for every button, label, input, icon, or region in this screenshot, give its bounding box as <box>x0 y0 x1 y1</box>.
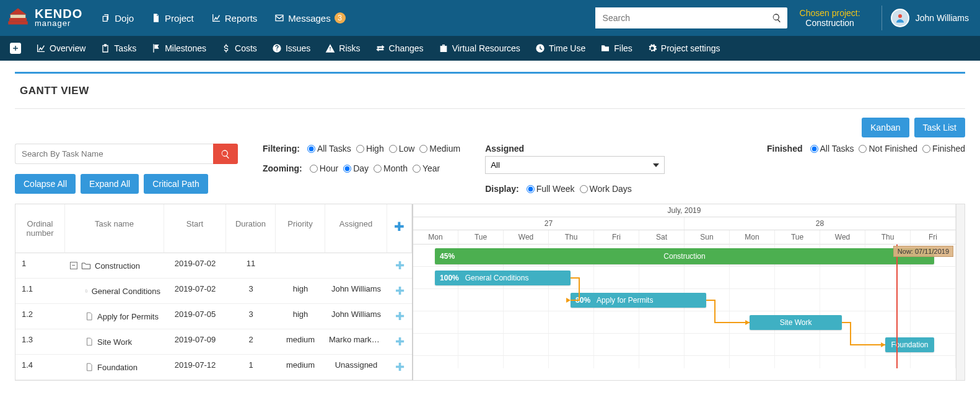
now-label: Now: 07/11/2019 <box>893 246 953 257</box>
add-subtask-button[interactable]: ✚ <box>387 253 412 278</box>
subnav-tasks[interactable]: Tasks <box>100 43 136 53</box>
finished-row: Finished All Tasks Not Finished Finished <box>767 144 965 154</box>
zoom-month[interactable]: Month <box>374 163 408 173</box>
timeline-day: Sun <box>685 230 730 245</box>
chosen-project-label: Chosen project: <box>800 8 860 18</box>
grid-header: Ordinal number Task name Start Duration … <box>15 204 412 253</box>
add-subtask-button[interactable]: ✚ <box>387 304 412 329</box>
display-work-days[interactable]: Work Days <box>580 184 632 194</box>
filtering-row: Filtering: All Tasks High Low Medium <box>263 144 460 154</box>
task-search-input[interactable] <box>15 144 213 164</box>
subnav-files[interactable]: Files <box>600 43 632 53</box>
kanban-button[interactable]: Kanban <box>862 118 909 137</box>
add-subtask-button[interactable]: ✚ <box>387 329 412 354</box>
nav-project-label: Project <box>165 13 194 24</box>
nav-messages-label: Messages <box>288 13 330 24</box>
global-search-button[interactable] <box>766 7 787 28</box>
table-row[interactable]: 1−Construction2019-07-0211✚ <box>15 253 412 279</box>
add-subtask-button[interactable]: ✚ <box>387 279 412 303</box>
file-icon <box>85 312 94 321</box>
svg-point-4 <box>898 14 902 18</box>
finished-fin[interactable]: Finished <box>922 144 965 154</box>
table-row[interactable]: 1.4Foundation2019-07-121mediumUnassigned… <box>15 355 412 380</box>
page-title-row: GANTT VIEW <box>15 72 965 109</box>
top-bar: KENDO manager Dojo Project Reports Messa… <box>0 0 980 36</box>
critical-path-button[interactable]: Critical Path <box>144 174 208 194</box>
chart-line-icon <box>36 43 46 53</box>
zooming-row: Zooming: Hour Day Month Year <box>263 163 460 173</box>
global-search-input[interactable] <box>595 7 766 28</box>
subnav-milestones[interactable]: Milestones <box>151 43 206 53</box>
nav-messages[interactable]: Messages 3 <box>274 12 345 24</box>
timeline-day: Tue <box>775 230 820 245</box>
subnav-changes[interactable]: Changes <box>375 43 424 53</box>
user-menu[interactable]: John Williams <box>891 9 969 27</box>
task-list-button[interactable]: Task List <box>914 118 965 137</box>
zoom-day[interactable]: Day <box>343 163 369 173</box>
subnav-time-use[interactable]: Time Use <box>535 43 585 53</box>
now-line <box>896 245 898 368</box>
finished-not[interactable]: Not Finished <box>859 144 917 154</box>
timeline-day: Fri <box>594 230 639 245</box>
zoom-hour[interactable]: Hour <box>310 163 338 173</box>
collapse-all-button[interactable]: Colapse All <box>15 174 76 194</box>
subnav-risks[interactable]: Risks <box>325 43 360 53</box>
display-row: Display: Full Week Work Days <box>485 184 665 194</box>
assigned-group: Assigned All <box>485 144 665 174</box>
scrollbar[interactable] <box>956 204 965 380</box>
nav-project[interactable]: Project <box>151 13 194 24</box>
display-full-week[interactable]: Full Week <box>527 184 575 194</box>
subnav-costs[interactable]: Costs <box>221 43 257 53</box>
subnav-virtual-resources[interactable]: Virtual Resources <box>439 43 520 53</box>
gantt-parent-bar[interactable]: 45%Construction <box>435 248 934 264</box>
svg-rect-3 <box>9 18 27 21</box>
zoom-year[interactable]: Year <box>413 163 440 173</box>
col-name: Task name <box>65 204 164 253</box>
gantt-task-bar[interactable]: 100%General Conditions <box>435 271 571 285</box>
nav-dojo[interactable]: Dojo <box>101 13 134 24</box>
table-row[interactable]: 1.3Site Work2019-07-092mediumMarko marko… <box>15 329 412 355</box>
svg-rect-0 <box>8 21 28 24</box>
task-search-button[interactable] <box>213 144 238 164</box>
file-icon <box>85 363 94 371</box>
filter-high[interactable]: High <box>356 144 384 154</box>
display-label: Display: <box>485 184 518 194</box>
messages-badge: 3 <box>335 12 346 24</box>
col-ordinal: Ordinal number <box>15 204 65 253</box>
expand-all-button[interactable]: Expand All <box>81 174 139 194</box>
timeline-day: Thu <box>865 230 911 245</box>
table-row[interactable]: 1.1General Conditions2019-07-023highJohn… <box>15 279 412 304</box>
collapse-toggle[interactable]: − <box>70 262 77 269</box>
timeline-day: Wed <box>504 230 549 245</box>
timeline-day: Fri <box>911 230 956 245</box>
add-subtask-button[interactable]: ✚ <box>387 355 412 379</box>
gantt-left-grid: Ordinal number Task name Start Duration … <box>15 204 413 380</box>
gantt-task-bar[interactable]: Site Work <box>750 315 842 330</box>
divider <box>882 6 882 30</box>
subnav-project-settings[interactable]: Project settings <box>647 43 720 53</box>
subnav-issues[interactable]: Issues <box>272 43 310 53</box>
project-subnav: ＋ Overview Tasks Milestones Costs Issues… <box>0 36 980 61</box>
chosen-project[interactable]: Chosen project: Construction <box>800 8 860 28</box>
add-button[interactable]: ＋ <box>10 43 21 54</box>
subnav-overview[interactable]: Overview <box>36 43 85 53</box>
filter-all[interactable]: All Tasks <box>307 144 351 154</box>
table-row[interactable]: 1.2Apply for Permits2019-07-053highJohn … <box>15 304 412 329</box>
nav-reports[interactable]: Reports <box>211 13 258 24</box>
brand-logo[interactable]: KENDO manager <box>5 5 82 31</box>
dollar-icon <box>221 43 231 53</box>
svg-marker-1 <box>9 8 27 15</box>
pagoda-icon <box>5 5 31 31</box>
add-column-button[interactable]: ✚ <box>387 204 412 253</box>
timeline-day: Thu <box>549 230 594 245</box>
filter-low[interactable]: Low <box>389 144 415 154</box>
gantt-task-bar[interactable]: 80%Apply for Permits <box>571 293 706 308</box>
avatar <box>891 9 909 27</box>
finished-all[interactable]: All Tasks <box>810 144 854 154</box>
timeline-day: Wed <box>820 230 865 245</box>
filter-medium[interactable]: Medium <box>419 144 460 154</box>
swap-icon <box>375 43 385 53</box>
clock-icon <box>535 43 545 53</box>
assigned-select[interactable]: All <box>485 156 665 174</box>
gantt-task-bar[interactable]: Foundation <box>885 337 934 352</box>
